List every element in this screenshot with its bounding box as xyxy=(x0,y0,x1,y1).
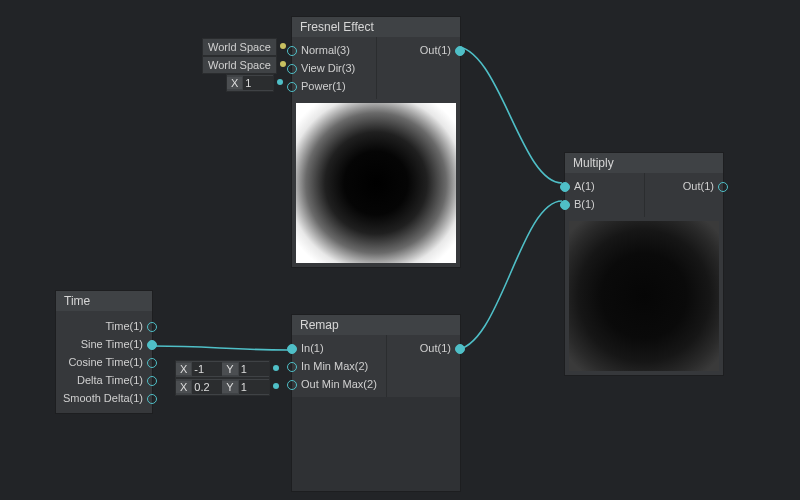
node-fresnel-effect[interactable]: Fresnel Effect Normal(3) View Dir(3) Pow… xyxy=(291,16,461,268)
field-y[interactable] xyxy=(239,380,269,394)
node-title: Multiply xyxy=(565,153,723,173)
port-label: B(1) xyxy=(571,198,598,210)
inlet-number[interactable]: X Y xyxy=(175,360,270,378)
port-label: Smooth Delta(1) xyxy=(60,392,146,404)
port-out[interactable] xyxy=(718,182,728,192)
node-title: Fresnel Effect xyxy=(292,17,460,37)
port-out[interactable] xyxy=(455,46,465,56)
inlet-label: World Space xyxy=(208,41,271,53)
port-label: Out(1) xyxy=(417,44,454,56)
node-preview xyxy=(292,397,460,491)
port-in[interactable] xyxy=(287,82,297,92)
port-label: Out(1) xyxy=(680,180,717,192)
port-label: In(1) xyxy=(298,342,327,354)
port-in[interactable] xyxy=(560,200,570,210)
port-in[interactable] xyxy=(287,46,297,56)
inlet-number[interactable]: X Y xyxy=(175,378,270,396)
port-label: Out(1) xyxy=(417,342,454,354)
port-label: Time(1) xyxy=(103,320,146,332)
field-x[interactable] xyxy=(192,362,222,376)
port-label: Sine Time(1) xyxy=(78,338,146,350)
field-x[interactable] xyxy=(192,380,222,394)
field-label-y: Y xyxy=(222,381,237,393)
port-label: Normal(3) xyxy=(298,44,353,56)
port-in[interactable] xyxy=(287,380,297,390)
node-remap[interactable]: Remap In(1) In Min Max(2) Out Min Max(2)… xyxy=(291,314,461,492)
node-title: Remap xyxy=(292,315,460,335)
port-in[interactable] xyxy=(287,362,297,372)
port-out[interactable] xyxy=(147,358,157,368)
port-out[interactable] xyxy=(147,376,157,386)
field-label-y: Y xyxy=(222,363,237,375)
port-label: In Min Max(2) xyxy=(298,360,371,372)
port-out[interactable] xyxy=(455,344,465,354)
node-preview xyxy=(565,217,723,375)
field-label-x: X xyxy=(176,363,191,375)
port-label: Cosine Time(1) xyxy=(65,356,146,368)
inlet-label: World Space xyxy=(208,59,271,71)
field-label-x: X xyxy=(227,77,242,89)
field-label-x: X xyxy=(176,381,191,393)
port-out[interactable] xyxy=(147,394,157,404)
port-out[interactable] xyxy=(147,340,157,350)
field-y[interactable] xyxy=(239,362,269,376)
port-out[interactable] xyxy=(147,322,157,332)
inlet-dot-icon xyxy=(273,365,279,371)
node-graph-canvas[interactable]: Fresnel Effect Normal(3) View Dir(3) Pow… xyxy=(0,0,800,500)
inlet-dot-icon xyxy=(277,79,283,85)
node-multiply[interactable]: Multiply A(1) B(1) Out(1) xyxy=(564,152,724,376)
port-in[interactable] xyxy=(287,64,297,74)
node-title: Time xyxy=(56,291,152,311)
port-label: Power(1) xyxy=(298,80,349,92)
port-in[interactable] xyxy=(560,182,570,192)
port-label: A(1) xyxy=(571,180,598,192)
field-x[interactable] xyxy=(243,76,273,90)
node-preview xyxy=(292,99,460,267)
inlet-dot-icon xyxy=(273,383,279,389)
port-label: View Dir(3) xyxy=(298,62,358,74)
port-in[interactable] xyxy=(287,344,297,354)
inlet-number[interactable]: X xyxy=(226,74,274,92)
node-time[interactable]: Time Time(1) Sine Time(1) Cosine Time(1)… xyxy=(55,290,153,414)
port-label: Delta Time(1) xyxy=(74,374,146,386)
inlet-dropdown[interactable]: World Space xyxy=(202,38,277,56)
inlet-dropdown[interactable]: World Space xyxy=(202,56,277,74)
port-label: Out Min Max(2) xyxy=(298,378,380,390)
